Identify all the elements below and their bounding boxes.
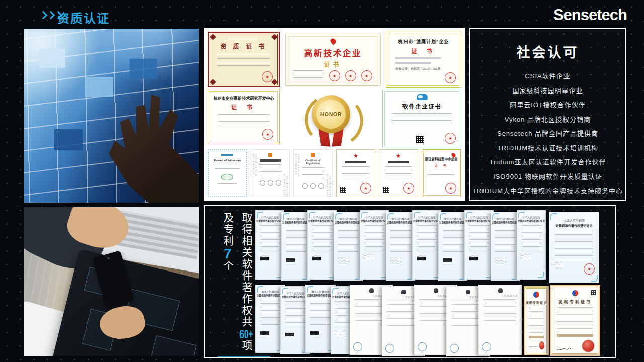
copyright-cert-title: 计算机软件著作权登记证书 bbox=[492, 221, 519, 224]
registration-certificate-en: CERTIFICATE OF REGISTRATION CERTIFICATE … bbox=[293, 149, 333, 197]
side-text: CERTIFICATE OF REGISTRATION bbox=[295, 154, 300, 197]
red-seal-icon: ★ bbox=[361, 70, 372, 81]
certificates-row-3: Power of Attorney CERTIFICATE OF REGISTR… bbox=[208, 149, 461, 197]
social-item: TRIDIUM技术认证技术培训机构 bbox=[470, 141, 625, 156]
certificates-row-1: 资 质 证 书 ★ 高新技术企业 证书 ★ ★ ★ 杭州市“雏鹰计划”企业 证 … bbox=[208, 32, 461, 88]
copyright-cert-title: 计算机软件著作权登记证书 bbox=[465, 219, 493, 222]
copyright-cert-country: 中华人民共和国 bbox=[496, 217, 514, 220]
software-copyright-certificate-thumb: 中华人民共和国 计算机软件著作权登记证书 bbox=[281, 212, 310, 281]
rnd-center-certificate: 杭州市企业高新技术研究开发中心 证 书 ★ bbox=[208, 89, 280, 144]
copyright-cert-title: 计算机软件著作权登记证书 bbox=[282, 221, 309, 224]
sme-certificate: 浙江省科技型中小企业 证 书 ★ bbox=[422, 149, 461, 197]
certificate-subtitle: 证 书 bbox=[425, 163, 458, 168]
software-copyright-certificate-thumb: 中华人民共和国 计算机软件著作权登记证书 bbox=[517, 210, 546, 280]
qualification-certificate: 资 质 证 书 ★ bbox=[208, 32, 280, 87]
side-text: CERTIFICATE OF REGISTRATION bbox=[252, 154, 257, 197]
social-item: ISO9001 物联网软件开发质量认证 bbox=[470, 170, 625, 185]
certificate-title: Certificate of Registration bbox=[300, 159, 326, 165]
eagle-plan-certificate: 杭州市“雏鹰计划”企业 证 书 批准文号：杭科高〔2019〕161号 ★ bbox=[386, 32, 461, 88]
copyright-cert-title: 计算机软件著作权登记证书 bbox=[282, 295, 309, 298]
red-seal-icon: ★ bbox=[262, 71, 273, 82]
caption-text: 个 bbox=[222, 260, 234, 272]
accreditation-logos bbox=[257, 180, 283, 186]
green-stamp-icon bbox=[221, 174, 233, 180]
red-seal-icon: ★ bbox=[584, 263, 595, 275]
copyright-cert-title: 计算机软件著作权登记证书 bbox=[361, 219, 388, 222]
copyright-count: 60+ bbox=[239, 328, 253, 340]
blue-seal-icon bbox=[418, 342, 427, 351]
copyright-cert-country: 中华人民共和国 bbox=[391, 217, 409, 220]
barcode-icon bbox=[260, 331, 269, 335]
page-title: 资质认证 bbox=[57, 9, 110, 26]
caption-text: 专利 bbox=[222, 224, 234, 247]
software-copyright-certificate-thumb: 中华人民共和国 计算机软件著作权登记证书 bbox=[255, 210, 284, 280]
barcode-icon bbox=[417, 257, 426, 260]
copyright-cert-country: 中华人民共和国 bbox=[522, 215, 540, 219]
barcode-icon bbox=[443, 258, 452, 262]
certificate-title: 杭州市企业高新技术研究开发中心 bbox=[213, 95, 275, 101]
mosaic-tile bbox=[39, 49, 65, 68]
patent-cert-title: 发明专利证书 bbox=[526, 300, 547, 305]
crest-icon bbox=[369, 288, 374, 293]
copyright-cert-title: 计算机软件著作权登记证书 bbox=[307, 294, 334, 297]
barcode-icon bbox=[522, 257, 531, 260]
red-seal-icon: ★ bbox=[445, 133, 456, 144]
copyright-cert-country: 中华人民共和国 bbox=[365, 215, 383, 219]
barcode-icon bbox=[496, 258, 505, 262]
red-seal-icon: ★ bbox=[445, 72, 456, 83]
red-seal-icon: ★ bbox=[345, 70, 356, 81]
photo-desk-devices bbox=[24, 207, 199, 356]
copyright-cert-country: 中华人民共和国 bbox=[313, 215, 331, 219]
social-item: Tridium亚太区认证软件开发合作伙伴 bbox=[470, 155, 625, 170]
copyright-cert-title: 计算机软件著作权登记证书 bbox=[387, 221, 414, 224]
blue-seal-icon bbox=[353, 342, 362, 351]
signature-icon bbox=[528, 344, 539, 349]
honor-medal-icon: HONOR bbox=[301, 90, 361, 148]
patents-vertical-caption: 取得相关软件著作权共60+项及专利7个 bbox=[218, 212, 255, 356]
registration-certificate-cn: CERTIFICATE OF REGISTRATION CERTIFICATE … bbox=[251, 149, 290, 197]
crest-icon bbox=[466, 290, 470, 294]
software-enterprise-certificate: 软件企业证书 ★ bbox=[382, 89, 461, 148]
copyright-cert-title: 计算机软件著作权登记证书 bbox=[518, 219, 545, 222]
national-emblem-icon bbox=[353, 153, 358, 158]
accreditation-logos bbox=[300, 183, 326, 189]
signature-icon bbox=[556, 347, 573, 352]
red-emblem-seal-icon bbox=[582, 340, 594, 352]
copyright-cert-title: 计算机软件著作权登记证书 bbox=[256, 219, 283, 222]
red-seal-icon: ★ bbox=[329, 70, 340, 81]
software-copyright-certificate-thumb: 中华人民共和国 计算机软件著作权登记证书 bbox=[360, 210, 389, 280]
copyright-cert-country: 中华人民共和国 bbox=[418, 215, 435, 219]
software-copyright-certificate-thumb: 中华人民共和国 计算机软件著作权登记证书 bbox=[438, 212, 467, 281]
mosaic-tile bbox=[54, 129, 83, 150]
software-copyright-certificate-thumb: 中华人民共和国 计算机软件著作权登记证书 bbox=[464, 210, 494, 280]
mosaic-tile bbox=[130, 59, 157, 79]
certificates-row-2: 杭州市企业高新技术研究开发中心 证 书 ★ HONOR 软件企业证书 ★ bbox=[208, 89, 461, 148]
certificate-title: 软件企业证书 bbox=[388, 102, 456, 110]
caption-text: 取得相关软件著作权共 bbox=[240, 212, 252, 328]
social-item: Vykon 品牌北区授权分销商 bbox=[470, 113, 625, 127]
property-certificate: ★ bbox=[379, 149, 418, 197]
barcode-icon bbox=[469, 257, 478, 260]
copyright-cert-country: 中华人民共和国 bbox=[564, 218, 585, 223]
certificate-strips: 中华人民共和国 计算机软件著作权登记证书 中华人民共和国 计算机软件著作权登记证… bbox=[255, 208, 615, 356]
qr-code-icon bbox=[416, 136, 424, 143]
copyright-strip-top: 中华人民共和国 计算机软件著作权登记证书 中华人民共和国 计算机软件著作权登记证… bbox=[255, 210, 599, 283]
copyright-cert-country: 中华人民共和国 bbox=[286, 291, 304, 295]
red-emblem-seal-icon bbox=[539, 341, 544, 349]
barcode-icon bbox=[336, 333, 345, 336]
brand-logo: Sensetech bbox=[553, 6, 627, 24]
patents-panel: 取得相关软件著作权共60+项及专利7个 中华人民共和国 计算机软件著作权登记证书… bbox=[204, 205, 616, 358]
crest-icon bbox=[401, 290, 406, 294]
business-license-certificate: ★ bbox=[336, 149, 375, 197]
social-heading: 社会认可 bbox=[470, 42, 625, 61]
barcode-icon bbox=[286, 258, 295, 262]
certificates-panel: 资 质 证 书 ★ 高新技术企业 证书 ★ ★ ★ 杭州市“雏鹰计划”企业 证 … bbox=[204, 28, 465, 201]
barcode-icon bbox=[285, 333, 294, 336]
certificate-title: 高新技术企业 bbox=[292, 46, 374, 59]
copyright-cert-country: 中华人民共和国 bbox=[339, 217, 357, 220]
patent-count: 7 bbox=[220, 247, 235, 260]
social-item: 阿里云IOT授权合作伙伴 bbox=[470, 98, 625, 113]
software-copyright-certificate-thumb: 中华人民共和国 计算机软件著作权登记证书 bbox=[491, 212, 520, 281]
certificate-title: Power of Attorney bbox=[212, 158, 243, 162]
barcode-icon bbox=[312, 257, 321, 260]
